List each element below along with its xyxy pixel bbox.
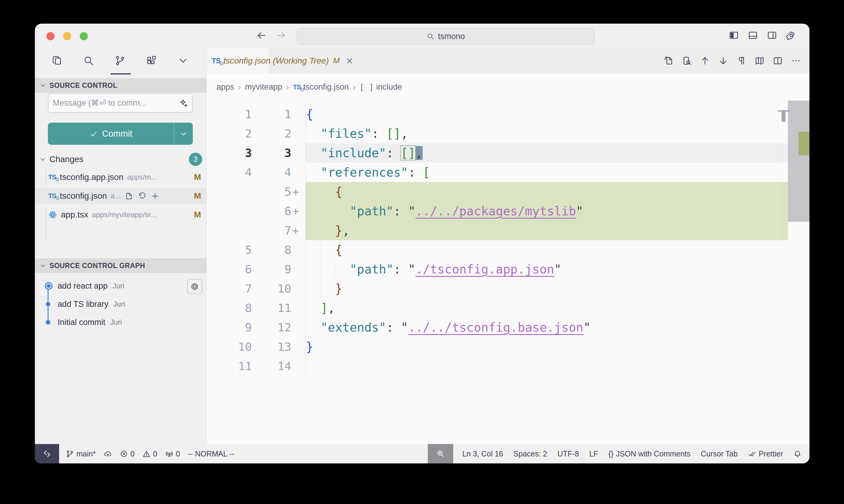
code-line[interactable]: 1013}	[207, 337, 809, 357]
status-item-main[interactable]: main*	[66, 449, 96, 458]
code-line[interactable]: 69 "path": "./tsconfig.app.json"	[207, 259, 809, 279]
status-item-0[interactable]: 0	[142, 449, 157, 458]
pilcrow-icon[interactable]	[736, 56, 746, 66]
commit-button[interactable]: Commit	[48, 123, 174, 145]
layout-sidebar-icon[interactable]	[729, 30, 739, 40]
diff-editor[interactable]: 11{22 "files": [],33 "include": [],44 "r…	[207, 101, 809, 444]
activity-extensions[interactable]	[144, 53, 161, 69]
code-line[interactable]: 44 "references": [	[207, 163, 809, 182]
status-item-prettier[interactable]: Prettier	[748, 449, 783, 458]
activity-git-branch[interactable]	[112, 53, 129, 69]
breadcrumb-item-tsconfig.json[interactable]: TS⚙tsconfig.json	[293, 83, 349, 92]
activity-search[interactable]	[81, 53, 98, 69]
gear-icon[interactable]	[786, 30, 796, 40]
activity-chevron-down[interactable]	[175, 53, 192, 69]
zoom-window-button[interactable]	[80, 32, 88, 40]
source-control-header[interactable]: SOURCE CONTROL	[35, 78, 206, 93]
status-item-lf[interactable]: LF	[589, 449, 598, 458]
added-line-marker: +	[291, 221, 305, 240]
code-line[interactable]: 33 "include": [],	[207, 143, 809, 163]
source-control-graph-header[interactable]: SOURCE CONTROL GRAPH	[35, 258, 206, 273]
old-line-number: 4	[207, 163, 252, 182]
close-window-button[interactable]	[46, 32, 55, 40]
chevron-down-icon	[40, 82, 46, 89]
sparkle-icon[interactable]	[179, 98, 188, 108]
goto-current-history-item-button[interactable]	[187, 279, 202, 294]
react-icon	[48, 210, 57, 219]
commit-row[interactable]: Initial commitJuri	[35, 315, 206, 330]
breadcrumb-item-myviteapp[interactable]: myviteapp	[245, 83, 282, 92]
back-arrow-icon[interactable]	[256, 30, 266, 41]
indent-guide	[320, 186, 321, 322]
commit-message-input[interactable]: Message (⌘⏎ to comm...	[48, 93, 193, 113]
plus-icon[interactable]	[151, 192, 159, 200]
discard-icon[interactable]	[138, 192, 146, 200]
ellipsis-icon[interactable]	[791, 56, 801, 66]
commit-row[interactable]: add react appJuri	[35, 278, 206, 293]
changed-file-row[interactable]: TS⚙tsconfig.app.jsonapps/m...M	[35, 169, 206, 185]
status-item-0[interactable]: 0	[120, 449, 135, 458]
code-line[interactable]: 58 {	[207, 240, 809, 259]
arrow-down-icon[interactable]	[718, 56, 728, 66]
open-file-icon[interactable]	[125, 192, 133, 200]
changed-files-list: TS⚙tsconfig.app.jsonapps/m...MTS⚙tsconfi…	[35, 169, 206, 226]
activity-files[interactable]	[49, 53, 66, 69]
code-line[interactable]: 811 ],	[207, 298, 809, 318]
layout-panel-icon[interactable]	[748, 30, 758, 40]
status-item-bell[interactable]	[793, 450, 802, 458]
commit-row[interactable]: add TS libraryJuri	[35, 296, 206, 312]
screencast-zoom-indicator[interactable]	[428, 444, 453, 463]
modified-badge: M	[194, 191, 201, 201]
remote-indicator[interactable]	[35, 444, 59, 463]
status-item-normal[interactable]: -- NORMAL --	[188, 449, 234, 458]
code-text: ],	[305, 298, 788, 318]
status-item-ln-3-col-16[interactable]: Ln 3, Col 16	[462, 449, 503, 458]
status-label: JSON with Comments	[616, 449, 691, 458]
error-icon	[120, 450, 128, 458]
command-center-search[interactable]: tsmono	[296, 28, 595, 45]
changed-file-row[interactable]: TS⚙tsconfig.jsona...M	[35, 188, 206, 204]
breadcrumb-label: tsconfig.json	[303, 83, 349, 92]
code-line[interactable]: 22 "files": [],	[207, 124, 809, 143]
arrow-up-icon[interactable]	[700, 56, 710, 66]
breadcrumb-label: apps	[217, 83, 234, 92]
minimize-window-button[interactable]	[63, 32, 71, 40]
tab-tsconfig-working-tree[interactable]: TS⚙ tsconfig.json (Working Tree) M	[207, 48, 270, 74]
code-line[interactable]: 7+ },	[207, 221, 809, 240]
code-line[interactable]: 6+ "path": "../../packages/mytslib"	[207, 201, 809, 221]
changed-file-row[interactable]: app.tsxapps/myviteapp/sr...M	[35, 207, 206, 222]
new-line-number: 13	[252, 337, 291, 357]
remote-icon	[43, 450, 51, 458]
file-path: a...	[111, 192, 121, 200]
code-text: "files": [],	[305, 124, 788, 143]
changes-section-header[interactable]: Changes 3	[39, 152, 202, 166]
status-item-cloud-upload[interactable]	[104, 450, 112, 458]
code-line[interactable]: 1114	[207, 357, 809, 376]
status-item-0[interactable]: 0	[165, 449, 180, 458]
code-line[interactable]: 11{	[207, 105, 809, 124]
warning-icon	[142, 450, 151, 458]
status-item-spaces-2[interactable]: Spaces: 2	[514, 449, 547, 458]
close-tab-icon[interactable]	[346, 57, 354, 65]
breadcrumb-separator: ›	[286, 83, 289, 92]
map-icon[interactable]	[755, 56, 764, 66]
commit-message: add TS library	[57, 300, 108, 309]
code-line[interactable]: 5+ {	[207, 182, 809, 201]
scrollbar-thumb[interactable]	[788, 101, 809, 222]
split-icon[interactable]	[773, 56, 783, 66]
breadcrumb-item-include[interactable]: [ ]include	[360, 83, 402, 92]
commit-author: Juri	[113, 282, 124, 290]
forward-arrow-icon[interactable]	[276, 30, 287, 41]
code-line[interactable]: 912 "extends": "../../tsconfig.base.json…	[207, 318, 809, 337]
new-line-number: 11	[252, 298, 291, 318]
status-item-cursor-tab[interactable]: Cursor Tab	[701, 449, 738, 458]
layout-right-icon[interactable]	[767, 30, 777, 40]
status-item-json-with-comments[interactable]: {}JSON with Comments	[608, 449, 691, 458]
open-changes-icon[interactable]	[664, 56, 674, 66]
breadcrumb-item-apps[interactable]: apps	[217, 83, 234, 92]
code-line[interactable]: 710 }	[207, 279, 809, 298]
search-editor-icon[interactable]	[682, 56, 692, 66]
editor-toolbar	[664, 48, 809, 74]
status-item-utf-8[interactable]: UTF-8	[557, 449, 579, 458]
commit-dropdown-button[interactable]	[174, 123, 193, 145]
